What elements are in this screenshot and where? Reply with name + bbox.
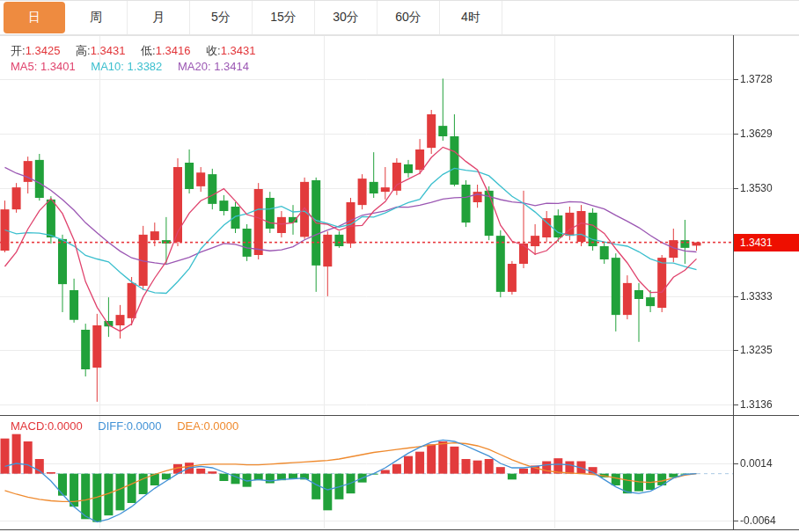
tab-30min[interactable]: 30分 [315,1,378,34]
tab-5min[interactable]: 5分 [190,1,253,34]
price-tick-4: 1.3333 [740,290,773,302]
price-tick-3: 1.3530 [740,182,773,194]
price-tick-6: 1.3136 [740,398,773,411]
last-price-tag: 1.3431 [734,234,799,251]
tab-60min[interactable]: 60分 [378,1,440,34]
candlestick-macd-canvas[interactable] [0,35,799,532]
price-tick-2: 1.3629 [740,128,773,140]
tab-month[interactable]: 月 [128,1,190,34]
tab-4hour[interactable]: 4时 [440,1,502,34]
tab-week[interactable]: 周 [65,1,128,34]
tab-15min[interactable]: 15分 [253,1,315,34]
macd-tick-1: 0.0014 [740,457,773,470]
tab-day[interactable]: 日 [4,2,65,33]
macd-tick-2: -0.0064 [740,514,776,527]
price-tick-1: 1.3728 [740,73,773,85]
kline-chart-app: 日 周 月 5分 15分 30分 60分 4时 开:1.3425 高:1.343… [0,0,799,532]
price-tick-5: 1.3235 [740,344,773,356]
chart-area: 开:1.3425 高:1.3431 低:1.3416 收:1.3431 MA5:… [0,35,799,532]
timeframe-tabbar: 日 周 月 5分 15分 30分 60分 4时 [0,0,799,35]
